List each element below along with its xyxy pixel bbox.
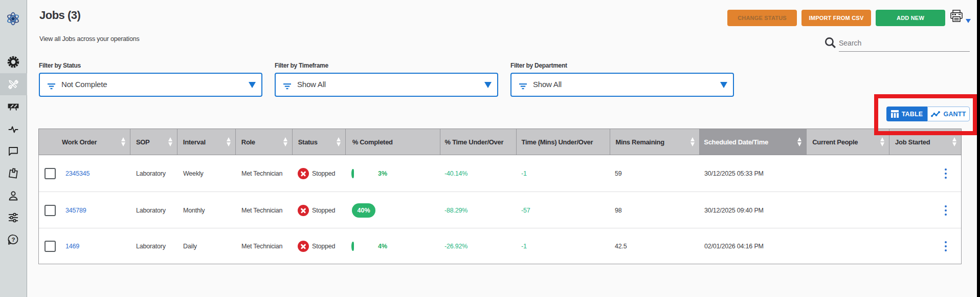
svg-text:?: ? [11, 237, 15, 243]
